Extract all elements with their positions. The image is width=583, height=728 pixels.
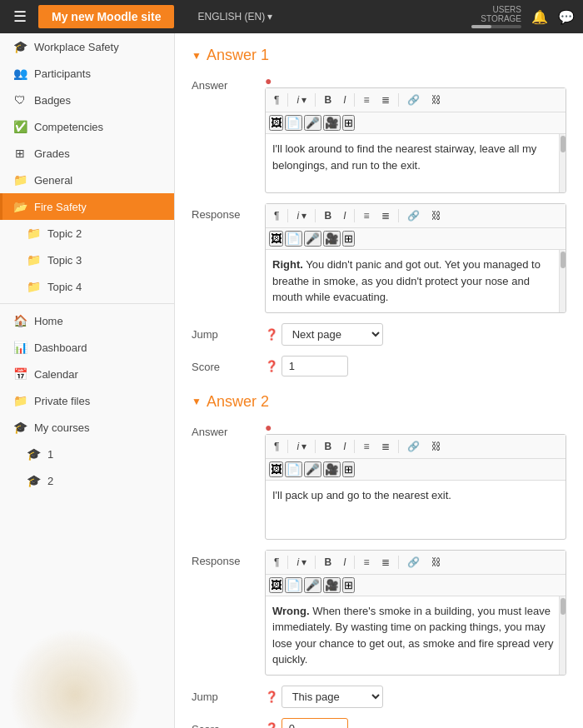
answer-2-score-help[interactable]: ❓ <box>265 722 278 729</box>
ol-btn-r1[interactable]: ≣ <box>376 207 395 224</box>
sidebar-item-course-1[interactable]: 🎓 1 <box>0 441 174 467</box>
answer-2-answer-body[interactable]: I'll pack up and go to the nearest exit. <box>266 481 566 539</box>
ul-btn-r2[interactable]: ≡ <box>358 554 374 571</box>
ol-btn-a1[interactable]: ≣ <box>376 92 395 108</box>
info-btn-a2[interactable]: i ▾ <box>292 438 311 455</box>
video-btn-a2[interactable]: 🎥 <box>323 461 341 477</box>
sidebar-label-home: Home <box>34 315 63 327</box>
answer-1-jump-label: Jump <box>192 323 258 341</box>
answer-2-response-body[interactable]: Wrong. When there's smoke in a building,… <box>266 596 566 675</box>
file-btn-a1[interactable]: 📄 <box>285 115 302 131</box>
format-btn-r2[interactable]: ¶ <box>269 554 284 571</box>
link-btn-r1[interactable]: 🔗 <box>402 207 425 224</box>
sidebar-item-dashboard[interactable]: 📊 Dashboard <box>0 334 174 361</box>
file-btn-r1[interactable]: 📄 <box>285 231 302 247</box>
unlink-btn-r2[interactable]: ⛓ <box>426 554 446 571</box>
sidebar-item-fire-safety[interactable]: 📂 Fire Safety <box>0 193 174 220</box>
answer-2-jump-row: Jump ❓ Next page This page Previous page… <box>192 686 566 708</box>
italic-btn-r2[interactable]: I <box>338 554 351 571</box>
file-btn-a2[interactable]: 📄 <box>285 461 302 477</box>
bold-btn-r1[interactable]: B <box>319 207 336 224</box>
answer-1-answer-body[interactable]: I'll look around to find the nearest sta… <box>266 134 566 192</box>
ul-btn-a1[interactable]: ≡ <box>358 92 374 108</box>
sep-r2-4 <box>398 556 399 569</box>
sidebar-item-competencies[interactable]: ✅ Competencies <box>0 113 174 140</box>
answer-1-score-input[interactable] <box>282 356 348 376</box>
audio-btn-a1[interactable]: 🎤 <box>304 115 321 131</box>
answer-2-collapse[interactable]: ▼ <box>192 396 202 407</box>
answer-2-jump-help[interactable]: ❓ <box>265 691 278 703</box>
link-btn-a1[interactable]: 🔗 <box>402 92 425 108</box>
unlink-btn-r1[interactable]: ⛓ <box>426 207 446 224</box>
graduation-icon: 🎓 <box>12 40 27 53</box>
format-btn-r1[interactable]: ¶ <box>269 207 284 224</box>
embed-btn-a1[interactable]: ⊞ <box>342 115 355 131</box>
sidebar-item-participants[interactable]: 👥 Participants <box>0 60 174 87</box>
course1-icon: 🎓 <box>26 447 41 461</box>
ul-btn-r1[interactable]: ≡ <box>358 207 374 224</box>
ol-btn-r2[interactable]: ≣ <box>376 554 395 571</box>
sidebar-item-badges[interactable]: 🛡 Badges <box>0 87 174 113</box>
embed-btn-r1[interactable]: ⊞ <box>342 231 355 247</box>
answer-1-score-help[interactable]: ❓ <box>265 360 278 372</box>
answer-2-score-input[interactable] <box>282 718 348 729</box>
home-icon: 🏠 <box>12 314 27 327</box>
hamburger-button[interactable]: ☰ <box>8 4 32 29</box>
italic-btn-a1[interactable]: I <box>338 92 351 108</box>
audio-btn-a2[interactable]: 🎤 <box>304 461 321 477</box>
answer-1-collapse[interactable]: ▼ <box>192 50 202 62</box>
link-btn-a2[interactable]: 🔗 <box>402 438 425 455</box>
embed-btn-r2[interactable]: ⊞ <box>342 577 355 593</box>
image-btn-r2[interactable]: 🖼 <box>269 577 283 593</box>
chat-icon[interactable]: 💬 <box>558 9 575 25</box>
folder-icon-t4: 📁 <box>26 280 41 293</box>
sidebar-item-topic-4[interactable]: 📁 Topic 4 <box>0 273 174 300</box>
sidebar-item-calendar[interactable]: 📅 Calendar <box>0 361 174 387</box>
image-btn-a1[interactable]: 🖼 <box>269 115 283 131</box>
video-btn-r1[interactable]: 🎥 <box>323 231 341 247</box>
video-btn-a1[interactable]: 🎥 <box>323 115 341 131</box>
grid-icon: ⊞ <box>12 147 27 160</box>
answer-1-response-text: Right. You didn't panic and got out. Yet… <box>272 257 559 306</box>
image-btn-a2[interactable]: 🖼 <box>269 461 283 477</box>
sidebar-item-workplace-safety[interactable]: 🎓 Workplace Safety <box>0 33 174 60</box>
format-btn-a1[interactable]: ¶ <box>269 92 284 108</box>
unlink-btn-a1[interactable]: ⛓ <box>426 92 446 108</box>
sep2 <box>315 93 316 107</box>
answer-1-response-body[interactable]: Right. You didn't panic and got out. Yet… <box>266 250 566 312</box>
info-btn-a1[interactable]: i ▾ <box>292 92 311 108</box>
video-btn-r2[interactable]: 🎥 <box>323 577 341 593</box>
sidebar-item-private-files[interactable]: 📁 Private files <box>0 387 174 414</box>
embed-btn-a2[interactable]: ⊞ <box>342 461 355 477</box>
image-btn-r1[interactable]: 🖼 <box>269 231 283 247</box>
italic-btn-a2[interactable]: I <box>338 438 351 455</box>
ol-btn-a2[interactable]: ≣ <box>376 438 395 455</box>
sidebar-item-course-2[interactable]: 🎓 2 <box>0 467 174 494</box>
answer-1-jump-select[interactable]: Next page This page Previous page End of… <box>282 323 383 346</box>
audio-btn-r1[interactable]: 🎤 <box>304 231 321 247</box>
info-btn-r1[interactable]: i ▾ <box>292 207 311 224</box>
italic-btn-r1[interactable]: I <box>338 207 351 224</box>
info-btn-r2[interactable]: i ▾ <box>292 554 311 571</box>
language-selector[interactable]: ENGLISH (EN) ▾ <box>197 11 272 22</box>
sep-r2 <box>315 209 316 222</box>
answer-1-jump-help[interactable]: ❓ <box>265 328 278 341</box>
sidebar-item-topic-2[interactable]: 📁 Topic 2 <box>0 220 174 247</box>
file-btn-r2[interactable]: 📄 <box>285 577 302 593</box>
bell-icon[interactable]: 🔔 <box>531 9 548 25</box>
answer-2-jump-select[interactable]: Next page This page Previous page End of… <box>282 686 383 708</box>
bold-btn-a1[interactable]: B <box>319 92 336 108</box>
bold-btn-r2[interactable]: B <box>319 554 336 571</box>
unlink-btn-a2[interactable]: ⛓ <box>426 438 446 455</box>
sidebar-item-my-courses[interactable]: 🎓 My courses <box>0 414 174 441</box>
link-btn-r2[interactable]: 🔗 <box>402 554 425 571</box>
format-btn-a2[interactable]: ¶ <box>269 438 284 455</box>
bold-btn-a2[interactable]: B <box>319 438 336 455</box>
sidebar-item-general[interactable]: 📁 General <box>0 167 174 193</box>
sidebar-item-home[interactable]: 🏠 Home <box>0 307 174 334</box>
ul-btn-a2[interactable]: ≡ <box>358 438 374 455</box>
audio-btn-r2[interactable]: 🎤 <box>304 577 321 593</box>
sidebar-item-grades[interactable]: ⊞ Grades <box>0 140 174 167</box>
answer-1-answer-toolbar2: 🖼 📄 🎤 🎥 ⊞ <box>266 112 566 134</box>
sidebar-item-topic-3[interactable]: 📁 Topic 3 <box>0 247 174 273</box>
